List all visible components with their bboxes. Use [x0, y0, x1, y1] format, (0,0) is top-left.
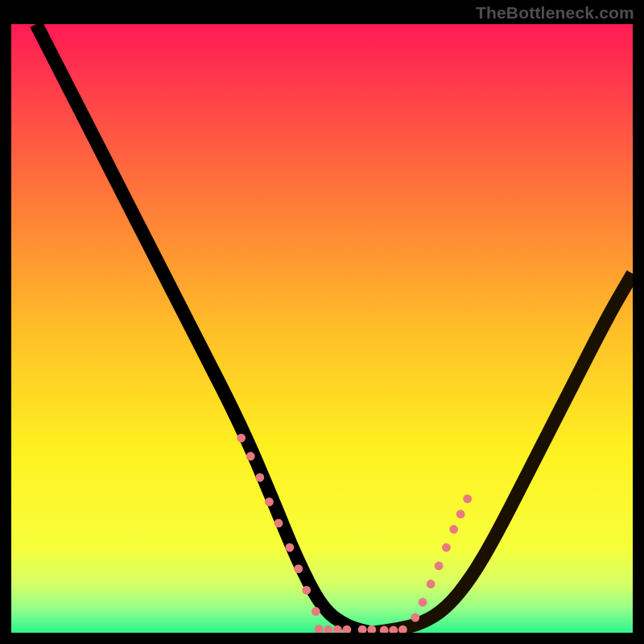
highlight-dot	[435, 561, 444, 570]
watermark-text: TheBottleneck.com	[476, 3, 634, 23]
chart-stage: TheBottleneck.com	[0, 0, 644, 644]
highlight-dot	[246, 452, 255, 460]
highlight-dot	[427, 580, 436, 588]
highlight-dot	[312, 607, 320, 616]
highlight-dot	[302, 586, 311, 595]
highlight-dot	[275, 518, 283, 527]
highlight-dot	[265, 497, 274, 506]
highlight-dot	[456, 510, 465, 518]
highlight-dot	[442, 543, 451, 552]
highlight-dot	[411, 613, 419, 622]
highlight-dot	[285, 543, 294, 552]
highlight-dot	[419, 598, 427, 607]
plot-svg	[11, 24, 633, 633]
highlight-dot	[237, 434, 246, 443]
gradient-background	[11, 24, 633, 633]
highlight-dot	[255, 473, 264, 482]
highlight-dot	[294, 564, 303, 573]
highlight-dot	[463, 494, 472, 503]
highlight-dot	[449, 525, 458, 534]
plot-area	[11, 24, 633, 633]
